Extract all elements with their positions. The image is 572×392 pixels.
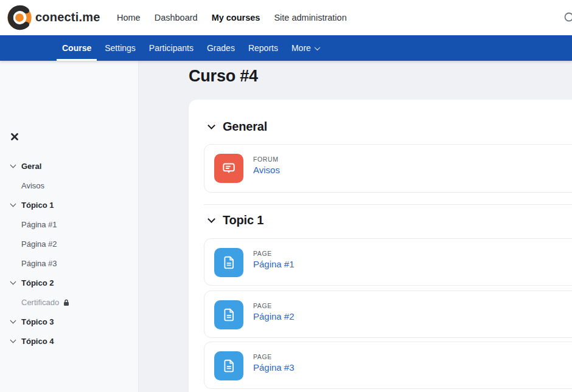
activity-card-pagina-1: PAGE Página #1 (204, 238, 572, 286)
topnav-dashboard[interactable]: Dashboard (155, 13, 198, 22)
activity-link-pagina-3[interactable]: Página #3 (253, 362, 295, 373)
chevron-down-icon (10, 337, 16, 343)
tab-more-label: More (291, 35, 311, 61)
forum-icon (214, 154, 243, 183)
lock-icon (63, 299, 69, 306)
course-content-card: General FORUM Avisos Topic 1 (189, 100, 572, 392)
tab-settings-label: Settings (105, 35, 136, 61)
sidebar-item-geral[interactable]: Geral (0, 156, 139, 176)
tab-reports-label: Reports (248, 35, 278, 61)
sidebar-item-pagina-1[interactable]: Página #1 (0, 215, 139, 234)
topnav-site-administration[interactable]: Site administration (274, 13, 346, 22)
sidebar-item-label: Página #3 (21, 259, 57, 268)
tab-participants-label: Participants (149, 35, 194, 61)
sidebar-item-label: Tópico 3 (21, 317, 54, 326)
section-header-topic-1[interactable]: Topic 1 (209, 213, 263, 227)
page: conecti.me Home Dashboard My courses Sit… (0, 0, 572, 392)
course-nav-tabs: Course Settings Participants Grades Repo… (55, 35, 326, 61)
chevron-down-icon (10, 162, 16, 168)
sidebar-item-avisos[interactable]: Avisos (0, 176, 139, 195)
page-icon (214, 248, 243, 277)
page-title: Curso #4 (189, 67, 258, 86)
activity-text: PAGE Página #1 (253, 250, 295, 269)
sidebar-item-label: Página #1 (21, 220, 57, 229)
tab-more[interactable]: More (285, 35, 326, 61)
activity-type-label: FORUM (253, 156, 280, 163)
top-header: conecti.me Home Dashboard My courses Sit… (0, 0, 572, 35)
sidebar-item-label: Tópico 1 (21, 201, 54, 210)
chevron-down-icon (208, 122, 215, 129)
sidebar-item-topico-2[interactable]: Tópico 2 (0, 273, 139, 292)
activity-text: FORUM Avisos (253, 156, 280, 175)
sidebar-item-certificado[interactable]: Certificado (0, 292, 139, 312)
tab-reports[interactable]: Reports (242, 35, 285, 61)
sidebar-item-topico-4[interactable]: Tópico 4 (0, 331, 139, 351)
activity-link-avisos[interactable]: Avisos (253, 165, 280, 175)
brand-logo-icon[interactable] (6, 4, 33, 31)
chevron-down-icon (10, 318, 16, 324)
tab-grades[interactable]: Grades (200, 35, 242, 61)
sidebar-item-label: Geral (21, 162, 41, 171)
topnav-my-courses[interactable]: My courses (212, 13, 260, 22)
tab-grades-label: Grades (207, 35, 235, 61)
close-icon[interactable] (10, 132, 19, 141)
tab-settings[interactable]: Settings (98, 35, 142, 61)
sidebar-item-pagina-3[interactable]: Página #3 (0, 253, 139, 273)
tab-course[interactable]: Course (55, 35, 98, 61)
section-divider (204, 204, 572, 205)
tab-participants[interactable]: Participants (142, 35, 200, 61)
brand-name[interactable]: conecti.me (35, 10, 100, 24)
tab-course-label: Course (62, 35, 91, 61)
activity-card-pagina-3: PAGE Página #3 (204, 342, 572, 389)
topnav-home[interactable]: Home (117, 13, 141, 22)
sidebar-item-label: Tópico 4 (21, 337, 54, 346)
activity-card-forum-avisos: FORUM Avisos (204, 144, 572, 193)
sidebar-item-label: Avisos (21, 181, 44, 190)
sidebar-item-text: Certificado (21, 298, 59, 307)
course-nav-bar: Course Settings Participants Grades Repo… (0, 35, 572, 61)
top-navigation: Home Dashboard My courses Site administr… (117, 0, 347, 35)
section-title: Topic 1 (223, 213, 263, 227)
activity-type-label: PAGE (253, 302, 295, 309)
sidebar-item-topico-1[interactable]: Tópico 1 (0, 195, 139, 215)
chevron-down-icon (208, 215, 215, 223)
activity-link-pagina-2[interactable]: Página #2 (253, 311, 295, 322)
sidebar-item-label: Certificado (21, 298, 69, 307)
course-index-list: Geral Avisos Tópico 1 Página #1 Página #… (0, 156, 139, 351)
activity-text: PAGE Página #3 (253, 353, 295, 373)
activity-card-pagina-2: PAGE Página #2 (204, 291, 572, 338)
page-icon (214, 300, 243, 329)
search-icon[interactable] (563, 12, 572, 25)
sidebar-item-pagina-2[interactable]: Página #2 (0, 234, 139, 253)
sidebar-item-label: Página #2 (21, 239, 57, 249)
page-icon (214, 351, 243, 380)
section-header-general[interactable]: General (209, 120, 267, 134)
activity-link-pagina-1[interactable]: Página #1 (253, 259, 295, 269)
chevron-down-icon (314, 44, 320, 50)
chevron-down-icon (10, 279, 16, 285)
chevron-down-icon (10, 201, 16, 207)
course-index-sidebar: Geral Avisos Tópico 1 Página #1 Página #… (0, 61, 139, 392)
activity-type-label: PAGE (253, 250, 295, 257)
activity-text: PAGE Página #2 (253, 302, 295, 322)
sidebar-item-topico-3[interactable]: Tópico 3 (0, 312, 139, 331)
sidebar-item-label: Tópico 2 (21, 278, 54, 287)
activity-type-label: PAGE (253, 353, 295, 360)
section-title: General (223, 120, 267, 134)
